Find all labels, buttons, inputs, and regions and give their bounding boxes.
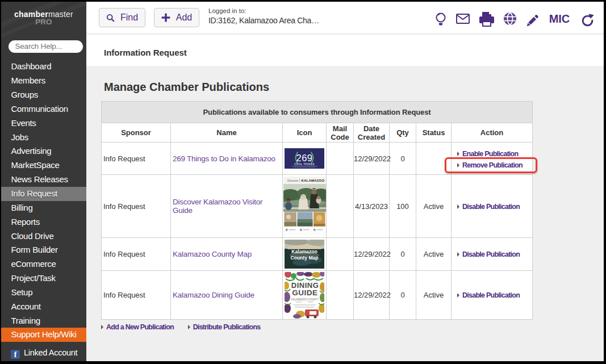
svg-text:MIC: MIC	[549, 12, 570, 25]
svg-text:269: 269	[296, 153, 312, 163]
svg-text:KALAMAZOO COUNTY: KALAMAZOO COUNTY	[291, 298, 319, 301]
svg-text:County Map: County Map	[290, 255, 318, 261]
svg-text:Discover: Discover	[287, 179, 299, 182]
svg-text:COOL THINGS: COOL THINGS	[294, 163, 315, 166]
svg-text:Kalamazoo: Kalamazoo	[291, 249, 317, 254]
svg-text:KALAMAZOO: KALAMAZOO	[301, 179, 324, 183]
svg-text:GUIDE: GUIDE	[292, 288, 317, 297]
